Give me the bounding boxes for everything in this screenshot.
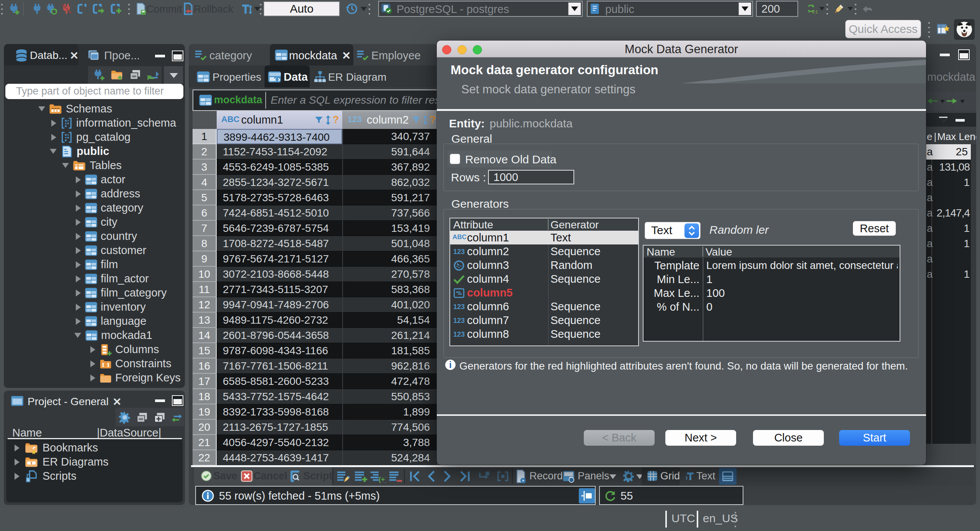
- svg-text:(+): (+): [379, 476, 385, 483]
- svg-text:0:1: 0:1: [812, 10, 818, 14]
